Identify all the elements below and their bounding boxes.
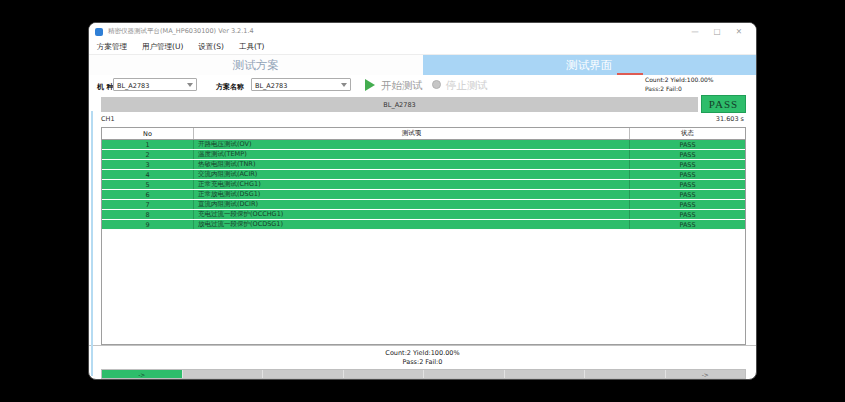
model-select[interactable]: BL_A2783 (113, 78, 197, 91)
stats-count-yield: Count:2 Yield:100.00% (645, 75, 714, 84)
run-statistics: Count:2 Yield:100.00% Pass:2 Fail:0 (645, 75, 714, 93)
menu-item-user-manage[interactable]: 用户管理(U) (142, 42, 183, 52)
stop-test-button[interactable]: 停止测试 (446, 79, 488, 93)
test-item-table: No 测试项 状态 1 开路电压测试(OV) PASS 2 温度测试(TEMP)… (101, 127, 746, 345)
menu-item-plan-manage[interactable]: 方案管理 (97, 42, 127, 52)
channel-row: CH1 31.603 s (89, 114, 756, 126)
progress-segment-end: -> (666, 370, 746, 378)
app-window: 精密仪器测试平台(MA_HP6030100) Ver 3.2.1.4 — □ ✕… (88, 22, 757, 380)
tab-test-plan[interactable]: 测试方案 (89, 55, 423, 75)
close-icon[interactable]: ✕ (728, 23, 750, 40)
pass-indicator: PASS (701, 95, 746, 113)
footer-statistics: Count:2 Yield:100.00% Pass:2 Fail:0 (89, 345, 756, 368)
app-icon (95, 28, 103, 36)
start-test-button[interactable]: 开始测试 (381, 79, 423, 93)
left-edge-strip (91, 111, 93, 376)
tab-test-interface-label: 测试界面 (566, 58, 612, 73)
menu-bar: 方案管理 用户管理(U) 设置(S) 工具(T) (89, 40, 756, 55)
plan-name-label: 方案名称 (216, 82, 244, 92)
status-badge: PASS (630, 190, 745, 199)
result-strip: BL_A2783 PASS (89, 95, 756, 113)
minimize-icon[interactable]: — (684, 23, 706, 40)
status-badge: PASS (630, 150, 745, 159)
toolbar: 机 种 BL_A2783 方案名称 BL_A2783 开始测试 停止测试 Cou… (89, 75, 756, 95)
progress-bar: -> -> (101, 369, 746, 379)
table-row[interactable]: 2 温度测试(TEMP) PASS (102, 150, 745, 160)
status-badge: PASS (630, 210, 745, 219)
progress-segment (344, 370, 425, 378)
status-badge: PASS (630, 180, 745, 189)
desktop-background: 精密仪器测试平台(MA_HP6030100) Ver 3.2.1.4 — □ ✕… (0, 0, 845, 402)
header-test-item: 测试项 (194, 128, 630, 139)
progress-segment (585, 370, 666, 378)
status-badge: PASS (630, 160, 745, 169)
progress-segment-active: -> (102, 370, 183, 378)
menu-item-tools[interactable]: 工具(T) (239, 42, 264, 52)
stop-icon[interactable] (432, 80, 441, 89)
table-row[interactable]: 5 正常充电测试(CHG1) PASS (102, 180, 745, 190)
maximize-icon[interactable]: □ (706, 23, 728, 40)
model-title-text: BL_A2783 (383, 101, 415, 109)
table-header: No 测试项 状态 (102, 128, 745, 140)
progress-segment (263, 370, 344, 378)
stats-pass-fail: Pass:2 Fail:0 (645, 84, 714, 93)
footer-pass-fail: Pass:2 Fail:0 (89, 358, 756, 367)
progress-segment (424, 370, 505, 378)
model-label: 机 种 (97, 82, 113, 92)
model-title-bar: BL_A2783 (101, 97, 698, 112)
table-row[interactable]: 8 充电过流一段保护(OCCHG1) PASS (102, 210, 745, 220)
play-icon[interactable] (365, 79, 375, 91)
table-row[interactable]: 3 热敏电阻测试(TNR) PASS (102, 160, 745, 170)
chevron-down-icon (187, 83, 193, 87)
tab-bar: 测试方案 测试界面 (89, 55, 756, 75)
table-row[interactable]: 6 正常放电测试(DSG1) PASS (102, 190, 745, 200)
model-select-value: BL_A2783 (117, 82, 149, 90)
channel-label: CH1 (101, 115, 115, 123)
plan-select[interactable]: BL_A2783 (251, 78, 351, 91)
menu-item-settings[interactable]: 设置(S) (198, 42, 224, 52)
plan-select-value: BL_A2783 (255, 82, 287, 90)
progress-segment (183, 370, 264, 378)
progress-segment (505, 370, 586, 378)
status-badge: PASS (630, 170, 745, 179)
footer-count-yield: Count:2 Yield:100.00% (89, 349, 756, 358)
title-bar: 精密仪器测试平台(MA_HP6030100) Ver 3.2.1.4 — □ ✕ (89, 23, 756, 40)
tab-test-interface[interactable]: 测试界面 (423, 55, 757, 75)
chevron-down-icon (341, 83, 347, 87)
status-badge: PASS (630, 140, 745, 149)
table-row[interactable]: 9 放电过流一段保护(OCDSG1) PASS (102, 220, 745, 230)
header-status: 状态 (630, 128, 745, 139)
pass-indicator-label: PASS (709, 98, 738, 110)
table-row[interactable]: 4 交流内阻测试(ACIR) PASS (102, 170, 745, 180)
status-badge: PASS (630, 220, 745, 229)
table-row[interactable]: 7 直流内阻测试(DCIR) PASS (102, 200, 745, 210)
table-row[interactable]: 1 开路电压测试(OV) PASS (102, 140, 745, 150)
status-badge: PASS (630, 200, 745, 209)
window-title: 精密仪器测试平台(MA_HP6030100) Ver 3.2.1.4 (108, 27, 254, 36)
header-no: No (102, 128, 194, 139)
test-time: 31.603 s (716, 115, 744, 123)
